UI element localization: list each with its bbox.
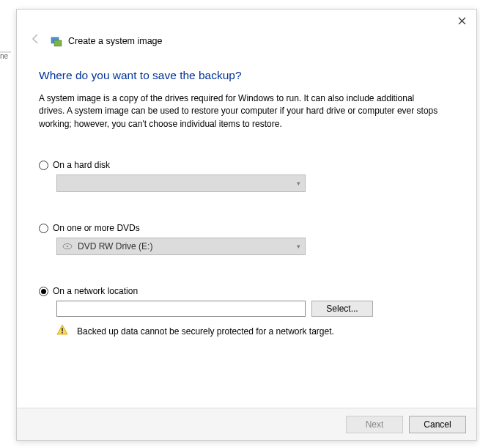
svg-rect-4 bbox=[62, 328, 63, 331]
chevron-down-icon: ▾ bbox=[297, 243, 300, 250]
dvd-drive-combo[interactable]: DVD RW Drive (E:) ▾ bbox=[56, 238, 306, 255]
radio-hard-disk[interactable]: On a hard disk bbox=[39, 160, 454, 170]
radio-network[interactable]: On a network location bbox=[39, 286, 454, 296]
svg-point-3 bbox=[67, 246, 69, 247]
radio-dvds-label: On one or more DVDs bbox=[53, 223, 140, 233]
radio-icon bbox=[39, 224, 48, 233]
wizard-footer: Next Cancel bbox=[17, 408, 476, 440]
background-fragment: ne bbox=[0, 51, 11, 53]
back-arrow-icon[interactable] bbox=[27, 33, 45, 48]
option-hard-disk: On a hard disk ▾ bbox=[39, 160, 454, 192]
dvd-drive-combo-value: DVD RW Drive (E:) bbox=[78, 241, 152, 251]
page-heading: Where do you want to save the backup? bbox=[39, 69, 454, 82]
radio-hard-disk-label: On a hard disk bbox=[53, 160, 110, 170]
radio-network-label: On a network location bbox=[53, 286, 138, 296]
titlebar bbox=[17, 10, 476, 32]
close-button[interactable] bbox=[447, 10, 476, 31]
wizard-window: Create a system image Where do you want … bbox=[16, 9, 477, 441]
network-path-input[interactable] bbox=[56, 301, 306, 317]
close-icon bbox=[458, 17, 466, 25]
dvd-drive-icon bbox=[62, 242, 73, 251]
hard-disk-combo[interactable]: ▾ bbox=[56, 175, 306, 192]
svg-rect-5 bbox=[62, 332, 63, 334]
page-description: A system image is a copy of the drives r… bbox=[39, 92, 442, 131]
wizard-content: Where do you want to save the backup? A … bbox=[17, 53, 476, 345]
option-network: On a network location Select... Backed u… bbox=[39, 286, 454, 338]
wizard-header: Create a system image bbox=[17, 32, 476, 53]
radio-icon bbox=[39, 161, 48, 170]
select-network-button[interactable]: Select... bbox=[311, 301, 373, 317]
cancel-button[interactable]: Cancel bbox=[409, 416, 466, 433]
option-dvds: On one or more DVDs DVD RW Drive (E:) ▾ bbox=[39, 223, 454, 255]
chevron-down-icon: ▾ bbox=[297, 180, 300, 187]
warning-icon bbox=[56, 324, 68, 338]
radio-dvds[interactable]: On one or more DVDs bbox=[39, 223, 454, 233]
system-image-icon bbox=[51, 35, 62, 47]
wizard-title: Create a system image bbox=[68, 36, 163, 46]
svg-rect-1 bbox=[54, 40, 62, 46]
network-warning: Backed up data cannot be securely protec… bbox=[56, 324, 454, 338]
radio-icon-selected bbox=[39, 287, 48, 296]
next-button[interactable]: Next bbox=[346, 416, 403, 433]
network-warning-text: Backed up data cannot be securely protec… bbox=[77, 326, 334, 337]
